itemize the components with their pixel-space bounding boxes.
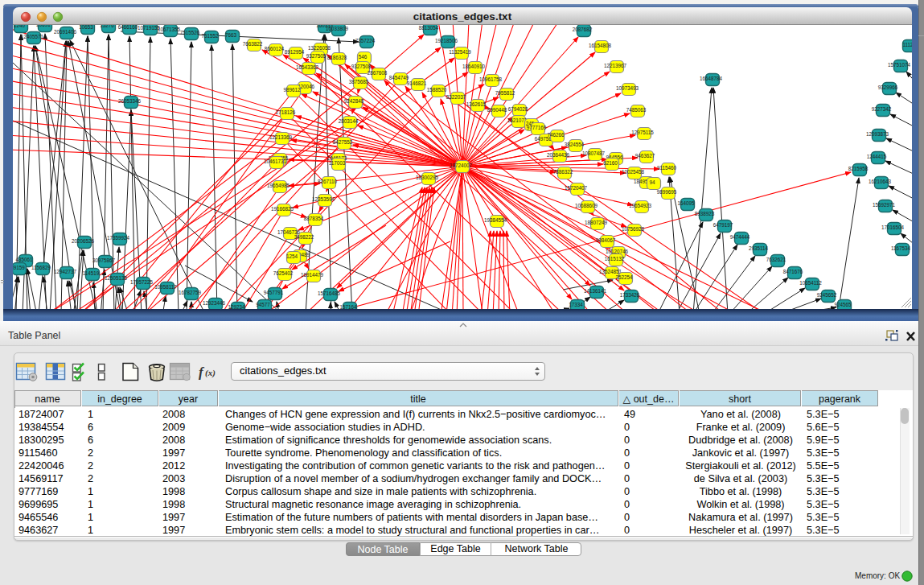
svg-text:7515526: 7515526 [180, 30, 200, 35]
svg-text:8267110: 8267110 [318, 179, 338, 184]
svg-text:17016504: 17016504 [881, 225, 905, 230]
svg-text:18807249: 18807249 [585, 220, 608, 225]
svg-text:9899695: 9899695 [657, 189, 677, 195]
svg-text:26053346: 26053346 [118, 98, 142, 104]
svg-text:15276: 15276 [100, 25, 114, 28]
svg-text:9245652: 9245652 [817, 292, 837, 298]
svg-text:10756928: 10756928 [622, 226, 645, 232]
svg-text:9474444: 9474444 [730, 234, 750, 240]
svg-text:6466160: 6466160 [118, 25, 138, 30]
svg-text:10958117: 10958117 [154, 284, 177, 290]
svg-text:8878354: 8878354 [304, 216, 324, 221]
svg-text:12923446: 12923446 [203, 300, 226, 306]
svg-text:8322037: 8322037 [446, 94, 466, 100]
svg-text:18724007: 18724007 [450, 163, 473, 168]
svg-text:30975867: 30975867 [92, 257, 116, 263]
svg-text:9463627: 9463627 [635, 153, 655, 159]
svg-text:94577: 94577 [256, 302, 270, 307]
svg-text:16782759: 16782759 [179, 290, 202, 295]
svg-text:12093873: 12093873 [866, 131, 889, 137]
svg-text:7485063: 7485063 [626, 107, 647, 113]
svg-text:10688609: 10688609 [575, 203, 598, 208]
svg-text:20206526: 20206526 [72, 238, 95, 244]
svg-text:17957225: 17957225 [130, 279, 154, 285]
svg-text:7632621: 7632621 [766, 257, 786, 262]
svg-text:9084067: 9084067 [596, 237, 616, 243]
svg-text:15716485: 15716485 [318, 290, 341, 296]
svg-text:10973493: 10973493 [616, 85, 639, 91]
svg-text:924565: 924565 [834, 302, 852, 307]
svg-text:252254: 252254 [615, 274, 633, 280]
svg-text:2803144: 2803144 [339, 118, 359, 124]
svg-text:8215958: 8215958 [848, 166, 869, 171]
svg-text:8813054: 8813054 [419, 25, 439, 31]
svg-text:10671355: 10671355 [158, 27, 181, 32]
svg-text:19654923: 19654923 [629, 203, 652, 208]
svg-text:157164: 157164 [339, 304, 357, 309]
svg-text:114519: 114519 [83, 270, 100, 276]
svg-text:435061: 435061 [15, 257, 33, 262]
svg-text:18300295: 18300295 [416, 175, 439, 180]
svg-text:94: 94 [649, 179, 655, 185]
svg-text:9242848: 9242848 [344, 98, 364, 104]
svg-text:39159: 39159 [13, 265, 25, 270]
svg-text:8471676: 8471676 [783, 269, 803, 274]
svg-text:16543362: 16543362 [296, 64, 319, 70]
svg-text:10807487: 10807487 [582, 150, 606, 156]
svg-text:f: f [199, 365, 205, 380]
svg-text:12213967: 12213967 [604, 63, 627, 68]
svg-text:12942737: 12942737 [54, 269, 77, 274]
svg-text:2718126: 2718126 [276, 109, 296, 115]
svg-text:10961758: 10961758 [479, 76, 503, 82]
svg-text:7663: 7663 [225, 32, 237, 38]
svg-text:2867608: 2867608 [368, 70, 388, 76]
svg-text:1240: 1240 [14, 25, 26, 28]
svg-text:751552: 751552 [201, 33, 219, 39]
svg-text:1156829: 1156829 [31, 265, 51, 270]
svg-text:2935114: 2935114 [749, 245, 769, 251]
svg-text:20691: 20691 [36, 25, 51, 27]
svg-text:15751074: 15751074 [888, 62, 911, 68]
svg-text:19384554: 19384554 [484, 217, 507, 223]
svg-text:12505135: 12505135 [105, 275, 128, 281]
svg-text:13226058: 13226058 [308, 45, 331, 51]
svg-text:19654985: 19654985 [267, 183, 290, 188]
svg-text:1167534: 1167534 [891, 245, 911, 251]
svg-text:129234: 129234 [228, 304, 245, 309]
svg-text:10654112: 10654112 [799, 280, 822, 286]
svg-text:164095: 164095 [677, 200, 695, 206]
svg-text:7663822: 7663822 [243, 41, 263, 47]
svg-text:6479197: 6479197 [713, 222, 733, 228]
svg-text:9227342: 9227342 [872, 106, 892, 112]
svg-text:7357224: 7357224 [355, 38, 376, 43]
svg-text:12405571: 12405571 [21, 34, 44, 39]
svg-text:8186328: 8186328 [327, 55, 347, 60]
svg-text:9115460: 9115460 [657, 165, 677, 171]
svg-text:11325419: 11325419 [449, 49, 471, 55]
svg-text:12213369: 12213369 [269, 134, 293, 140]
svg-text:989612: 989612 [283, 87, 301, 93]
svg-text:9327505: 9327505 [306, 53, 326, 59]
svg-text:62160: 62160 [603, 160, 618, 166]
svg-text:12975115: 12975115 [631, 130, 654, 135]
svg-text:1112: 1112 [902, 42, 912, 47]
svg-text:2087682: 2087682 [573, 27, 593, 32]
svg-text:9329966: 9329966 [878, 84, 898, 90]
svg-text:8427552: 8427552 [333, 139, 353, 145]
svg-text:6794028: 6794028 [508, 106, 528, 112]
svg-text:10461731: 10461731 [264, 159, 287, 164]
svg-text:16210643: 16210643 [869, 179, 892, 184]
svg-text:17359924: 17359924 [107, 235, 130, 241]
svg-text:546: 546 [359, 54, 368, 60]
svg-text:1362615: 1362615 [466, 101, 487, 107]
svg-text:(x): (x) [205, 368, 216, 378]
svg-text:14136141: 14136141 [584, 288, 607, 294]
svg-text:9327508: 9327508 [351, 64, 372, 69]
svg-text:10653: 10653 [79, 25, 93, 30]
svg-text:117003: 117003 [329, 160, 346, 166]
svg-text:9777169: 9777169 [527, 125, 547, 130]
svg-text:15692971: 15692971 [873, 202, 896, 208]
svg-text:1244415: 1244415 [867, 154, 887, 159]
svg-text:1588520: 1588520 [427, 87, 447, 93]
svg-text:8454749: 8454749 [389, 75, 409, 80]
